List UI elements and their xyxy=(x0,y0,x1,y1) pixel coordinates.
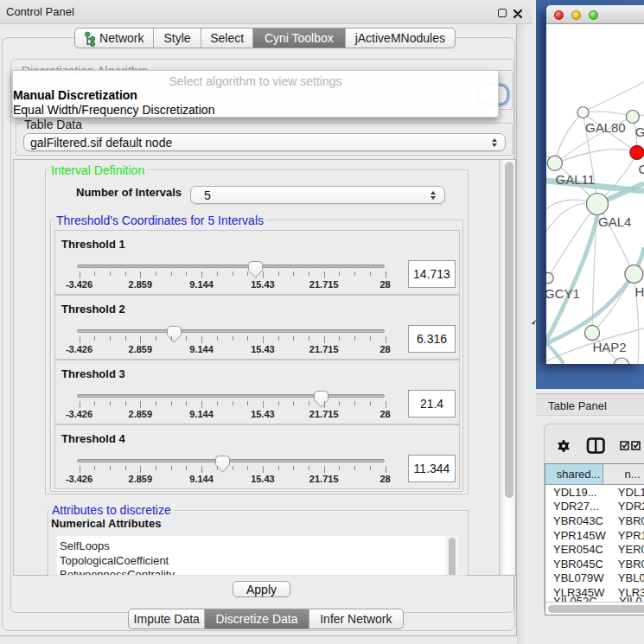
svg-text:GCY1: GCY1 xyxy=(546,286,580,301)
svg-text:GAL11: GAL11 xyxy=(556,172,596,187)
svg-text:HAP2: HAP2 xyxy=(592,340,626,354)
svg-text:C: C xyxy=(639,162,644,176)
svg-text:GAL4: GAL4 xyxy=(598,214,631,229)
svg-text:GAL80: GAL80 xyxy=(585,120,626,135)
svg-text:H: H xyxy=(635,284,644,299)
svg-text:GA: GA xyxy=(635,124,644,139)
